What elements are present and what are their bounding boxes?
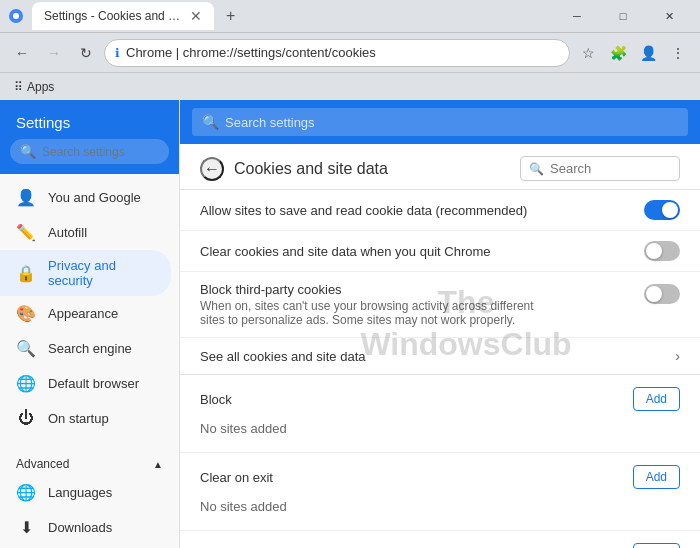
sidebar-item-label: Downloads [48,520,112,535]
clear-on-exit-header: Clear on exit Add [200,465,680,489]
header-search-icon: 🔍 [529,162,544,176]
sidebar-nav: 👤 You and Google ✏️ Autofill 🔒 Privacy a… [0,174,179,441]
content-area: Settings 🔍 👤 You and Google ✏️ Autofill … [0,100,700,548]
sidebar-item-appearance[interactable]: 🎨 Appearance [0,296,171,331]
block-title: Block [200,392,232,407]
menu-icon[interactable]: ⋮ [664,39,692,67]
on-startup-icon: ⏻ [16,409,36,427]
block-section-header: Block Add [200,387,680,411]
sidebar-item-languages[interactable]: 🌐 Languages [0,475,171,510]
advanced-section-label[interactable]: Advanced ▲ [0,449,179,475]
allow-cookies-row: Allow sites to save and read cookie data… [180,190,700,231]
advanced-label: Advanced [16,457,69,471]
settings-search-input[interactable] [225,115,678,130]
sidebar-item-default-browser[interactable]: 🌐 Default browser [0,366,171,401]
sidebar-item-privacy[interactable]: 🔒 Privacy and security [0,250,171,296]
bookmarks-bar: ⠿ Apps [0,72,700,100]
allow-add-button[interactable]: Add [633,543,680,548]
address-text: Chrome | chrome://settings/content/cooki… [126,45,559,60]
cookies-header: ← Cookies and site data 🔍 [180,144,700,190]
apps-grid-icon: ⠿ [14,80,23,94]
sidebar-item-label: On startup [48,411,109,426]
advanced-arrow-icon: ▲ [153,459,163,470]
sidebar-search-input[interactable] [42,145,159,159]
settings-search-icon: 🔍 [202,114,219,130]
sidebar-header: Settings [10,110,169,139]
extension-icon[interactable]: 🧩 [604,39,632,67]
see-all-label: See all cookies and site data [200,349,366,364]
block-third-party-desc: When on, sites can't use your browsing a… [200,299,550,327]
header-search-input[interactable] [550,161,650,176]
sidebar-item-search[interactable]: 🔍 Search engine [0,331,171,366]
sidebar-search-box[interactable]: 🔍 [10,139,169,164]
tab-favicon [8,8,24,24]
forward-button[interactable]: → [40,39,68,67]
sidebar-item-you-google[interactable]: 👤 You and Google [0,180,171,215]
window-controls: ─ □ ✕ [554,0,692,32]
tab-close-button[interactable]: ✕ [190,8,202,24]
block-section: Block Add No sites added [180,375,700,453]
profile-icon[interactable]: 👤 [634,39,662,67]
block-third-party-label: Block third-party cookies [200,282,644,297]
downloads-icon: ⬇ [16,518,36,537]
clear-on-exit-title: Clear on exit [200,470,273,485]
sidebar-item-on-startup[interactable]: ⏻ On startup [0,401,171,435]
allow-section-header: Allow Add [200,543,680,548]
svg-point-1 [13,13,19,19]
sidebar-item-label: Languages [48,485,112,500]
settings-search-inner[interactable]: 🔍 [192,108,688,136]
block-third-party-row: Block third-party cookies When on, sites… [180,272,700,338]
settings-main: 🔍 ← Cookies and site data 🔍 Allow sites … [180,100,700,548]
titlebar: Settings - Cookies and site data ✕ + ─ □… [0,0,700,32]
bookmark-star-icon[interactable]: ☆ [574,39,602,67]
close-button[interactable]: ✕ [646,0,692,32]
maximize-button[interactable]: □ [600,0,646,32]
sidebar-item-label: Search engine [48,341,132,356]
back-button[interactable]: ← [200,157,224,181]
clear-cookies-label: Clear cookies and site data when you qui… [200,244,644,259]
you-google-icon: 👤 [16,188,36,207]
block-third-party-content: Block third-party cookies When on, sites… [200,282,644,327]
allow-section: Allow Add No sites added [180,531,700,548]
settings-search-bar[interactable]: 🔍 [180,100,700,144]
back-button[interactable]: ← [8,39,36,67]
sidebar-item-label: Default browser [48,376,139,391]
allow-cookies-label: Allow sites to save and read cookie data… [200,203,644,218]
block-add-button[interactable]: Add [633,387,680,411]
block-third-party-toggle[interactable] [644,284,680,304]
sidebar-item-autofill[interactable]: ✏️ Autofill [0,215,171,250]
clear-on-exit-no-sites: No sites added [200,493,680,518]
toolbar-right: ☆ 🧩 👤 ⋮ [574,39,692,67]
see-all-cookies-row[interactable]: See all cookies and site data › [180,338,700,375]
search-engine-icon: 🔍 [16,339,36,358]
lock-icon: ℹ [115,46,120,60]
block-no-sites: No sites added [200,415,680,440]
header-search[interactable]: 🔍 [520,156,680,181]
sidebar-item-downloads[interactable]: ⬇ Downloads [0,510,171,545]
clear-on-exit-add-button[interactable]: Add [633,465,680,489]
address-bar[interactable]: ℹ Chrome | chrome://settings/content/coo… [104,39,570,67]
sidebar-search-icon: 🔍 [20,144,36,159]
minimize-button[interactable]: ─ [554,0,600,32]
clear-on-exit-section: Clear on exit Add No sites added [180,453,700,531]
sidebar-item-label: You and Google [48,190,141,205]
apps-button[interactable]: ⠿ Apps [8,78,60,96]
new-tab-button[interactable]: + [222,7,239,25]
page-title: Cookies and site data [234,160,510,178]
see-all-chevron-icon: › [675,348,680,364]
browser-toolbar: ← → ↻ ℹ Chrome | chrome://settings/conte… [0,32,700,72]
apps-label: Apps [27,80,54,94]
appearance-icon: 🎨 [16,304,36,323]
clear-cookies-row: Clear cookies and site data when you qui… [180,231,700,272]
tab-title: Settings - Cookies and site data [44,9,184,23]
browser-tab[interactable]: Settings - Cookies and site data ✕ [32,2,214,30]
sidebar-item-label: Appearance [48,306,118,321]
clear-cookies-toggle[interactable] [644,241,680,261]
refresh-button[interactable]: ↻ [72,39,100,67]
sidebar-item-label: Autofill [48,225,87,240]
privacy-icon: 🔒 [16,264,36,283]
advanced-nav: 🌐 Languages ⬇ Downloads 🖨️ Printing ♿ Ac… [0,475,179,548]
autofill-icon: ✏️ [16,223,36,242]
sidebar-item-label: Privacy and security [48,258,155,288]
allow-cookies-toggle[interactable] [644,200,680,220]
